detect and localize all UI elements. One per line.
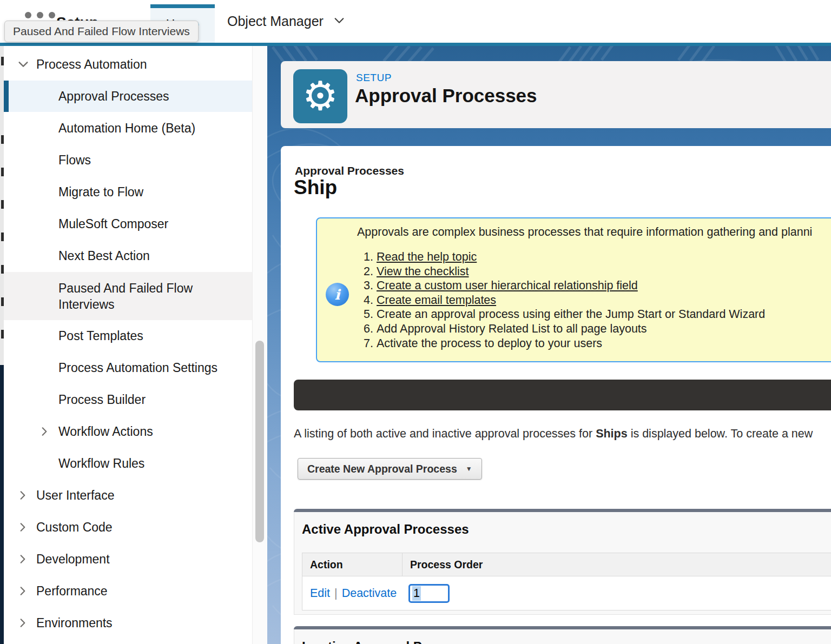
gear-icon: ⚙ xyxy=(302,69,338,123)
tooltip: Paused And Failed Flow Interviews xyxy=(4,21,199,42)
help-topic-link[interactable]: Read the help topic xyxy=(377,250,477,263)
table-row: Edit | Deactivate 1 xyxy=(302,576,831,610)
sidebar-item-mulesoft-composer[interactable]: MuleSoft Composer xyxy=(4,208,252,240)
sidebar-item-automation-home[interactable]: Automation Home (Beta) xyxy=(4,112,252,144)
deactivate-link[interactable]: Deactivate xyxy=(342,587,397,600)
salesforce-setup-page: ⚙ SETUP Approval Processes Approval Proc… xyxy=(0,0,831,644)
sidebar-item-label: Automation Home (Beta) xyxy=(58,121,195,136)
page-title: Approval Processes xyxy=(355,85,537,107)
chevron-down-icon xyxy=(17,58,29,70)
column-header-process-order: Process Order xyxy=(403,553,831,576)
section-accent-bar xyxy=(294,626,831,629)
sidebar-item-performance[interactable]: Performance xyxy=(4,575,252,607)
chevron-right-icon xyxy=(17,490,29,501)
step-text: Activate the process to deploy to your u… xyxy=(377,337,602,350)
sidebar-item-development[interactable]: Development xyxy=(4,543,252,575)
list-item: Create a custom user hierarchical relati… xyxy=(377,278,765,293)
list-item: Create an approval process using either … xyxy=(377,307,765,322)
listing-description: A listing of both active and inactive ap… xyxy=(294,427,831,441)
active-tab-indicator xyxy=(150,4,215,8)
list-item: Read the help topic xyxy=(377,250,765,264)
create-new-approval-process-button[interactable]: Create New Approval Process ▼ xyxy=(298,458,482,480)
sidebar-item-label: Paused And Failed Flow Interviews xyxy=(58,280,221,313)
sidebar-item-user-interface[interactable]: User Interface xyxy=(4,480,252,511)
table-header-row: Action Process Order xyxy=(302,553,831,576)
active-processes-table: Action Process Order Edit | Deactivate 1 xyxy=(302,553,831,610)
sidebar-item-paused-failed-flow-interviews[interactable]: Paused And Failed Flow Interviews xyxy=(4,272,252,320)
edit-link[interactable]: Edit xyxy=(310,587,330,600)
chevron-right-icon xyxy=(17,618,29,628)
sidebar-item-workflow-rules[interactable]: Workflow Rules xyxy=(4,448,252,479)
section-header-bar[interactable] xyxy=(294,380,831,410)
step-text: Add Approval History Related List to all… xyxy=(377,322,647,335)
sidebar-item-label: Workflow Rules xyxy=(58,456,144,471)
info-box: i Approvals are complex business process… xyxy=(316,217,831,362)
app-launcher-icon[interactable] xyxy=(25,12,55,18)
tab-object-manager[interactable]: Object Manager xyxy=(227,0,345,43)
sidebar-item-process-builder[interactable]: Process Builder xyxy=(4,384,252,415)
listing-suffix: is displayed below. To create a new xyxy=(628,427,813,440)
scrollbar-thumb[interactable] xyxy=(255,341,264,542)
sidebar-item-flows[interactable]: Flows xyxy=(4,144,252,176)
list-item: Activate the process to deploy to your u… xyxy=(377,336,765,351)
info-icon: i xyxy=(326,283,349,306)
sidebar-item-workflow-actions[interactable]: Workflow Actions xyxy=(4,416,252,447)
list-item: View the checklist xyxy=(377,264,765,279)
info-intro-text: Approvals are complex business processes… xyxy=(357,225,812,239)
checklist-link[interactable]: View the checklist xyxy=(377,265,469,278)
breadcrumb: Approval Processes xyxy=(295,164,404,177)
sidebar-item-label: User Interface xyxy=(36,488,114,503)
process-order-cell: 1 xyxy=(403,576,831,610)
listing-object-name: Ships xyxy=(596,427,628,440)
sidebar-item-process-automation[interactable]: Process Automation xyxy=(4,49,252,80)
setup-nav-sidebar: Process Automation Approval Processes Au… xyxy=(4,46,252,644)
sidebar-item-environments[interactable]: Environments xyxy=(4,607,252,639)
sidebar-item-label: Process Builder xyxy=(58,393,146,407)
list-item: Add Approval History Related List to all… xyxy=(377,322,765,336)
sidebar-item-label: Workflow Actions xyxy=(58,424,153,439)
hierarchical-field-link[interactable]: Create a custom user hierarchical relati… xyxy=(377,279,638,292)
chevron-right-icon xyxy=(17,586,29,596)
sidebar-item-post-templates[interactable]: Post Templates xyxy=(4,320,252,351)
sidebar-item-label: Process Automation Settings xyxy=(58,361,217,375)
column-header-action: Action xyxy=(302,553,403,576)
sidebar-item-process-automation-settings[interactable]: Process Automation Settings xyxy=(4,352,252,383)
sidebar-scrollbar xyxy=(252,46,267,644)
sidebar-item-label: MuleSoft Composer xyxy=(58,217,168,231)
content-card: Approval Processes Ship i Approvals are … xyxy=(281,146,831,644)
object-title: Ship xyxy=(294,176,337,199)
sidebar-item-label: Migrate to Flow xyxy=(58,185,143,200)
chevron-right-icon xyxy=(39,426,51,437)
inactive-approval-processes-section: Inactive Approval Processes xyxy=(294,629,831,644)
main-content-region: ⚙ SETUP Approval Processes Approval Proc… xyxy=(267,46,831,644)
step-text: Create an approval process using either … xyxy=(377,308,765,321)
action-cell: Edit | Deactivate xyxy=(302,576,403,610)
chevron-right-icon xyxy=(17,522,29,533)
sidebar-item-label: Performance xyxy=(36,584,108,599)
sidebar-item-label: Environments xyxy=(36,616,113,630)
process-order-input[interactable]: 1 xyxy=(408,584,450,603)
sidebar-item-next-best-action[interactable]: Next Best Action xyxy=(4,240,252,271)
sidebar-item-custom-code[interactable]: Custom Code xyxy=(4,512,252,543)
sidebar-item-label: Next Best Action xyxy=(58,249,150,263)
chevron-down-icon xyxy=(333,15,345,29)
create-button-label: Create New Approval Process xyxy=(307,463,457,475)
sidebar-item-label: Process Automation xyxy=(36,57,147,72)
tab-label: Object Manager xyxy=(227,14,324,29)
dropdown-arrow-icon: ▼ xyxy=(466,465,472,473)
sidebar-item-label: Approval Processes xyxy=(58,89,169,104)
active-section-title: Active Approval Processes xyxy=(302,522,469,537)
setup-gear-tile: ⚙ xyxy=(293,69,347,123)
sidebar-item-migrate-to-flow[interactable]: Migrate to Flow xyxy=(4,176,252,208)
sidebar-item-label: Flows xyxy=(58,153,91,168)
header-bottom-border xyxy=(0,43,831,46)
process-order-value: 1 xyxy=(412,586,421,601)
sidebar-item-label: Development xyxy=(36,552,110,567)
sidebar-item-label: Post Templates xyxy=(58,329,143,343)
page-header-card: ⚙ SETUP Approval Processes xyxy=(281,61,831,128)
background-content-sliver xyxy=(0,46,4,644)
section-accent-bar xyxy=(294,509,831,512)
sidebar-item-approval-processes[interactable]: Approval Processes xyxy=(4,81,252,112)
email-templates-link[interactable]: Create email templates xyxy=(377,294,496,307)
link-separator: | xyxy=(334,587,338,600)
